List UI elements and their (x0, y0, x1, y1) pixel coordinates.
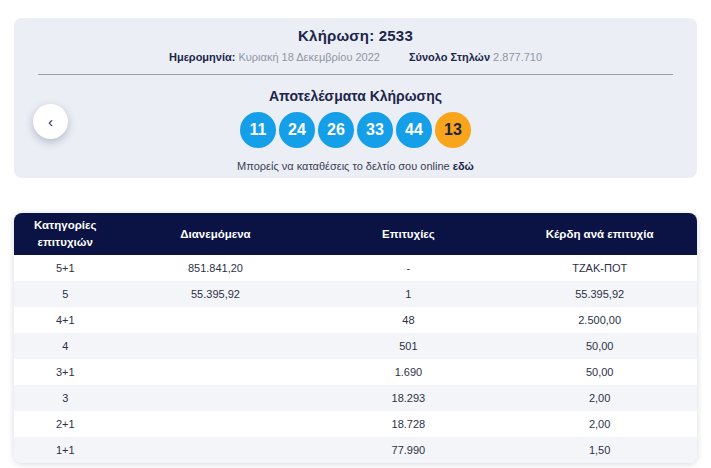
cell-winners: 77.990 (315, 437, 503, 463)
table-row: 2+118.7282,00 (14, 411, 697, 437)
lottery-ball: 33 (357, 112, 393, 148)
cell-distributed: 851.841,20 (116, 255, 314, 281)
table-row: 555.395,92155.395,92 (14, 281, 697, 307)
cell-prize: 55.395,92 (502, 281, 697, 307)
cell-winners: 18.293 (315, 385, 503, 411)
date-label: Ημερομηνία: (169, 51, 235, 63)
cell-winners: 1 (315, 281, 503, 307)
total-columns-label: Σύνολο Στηλών (409, 51, 490, 63)
cell-prize: 2,00 (502, 385, 697, 411)
table-body: 5+1851.841,20-ΤΖΑΚ-ΠΟΤ555.395,92155.395,… (14, 255, 697, 463)
results-title: Αποτελέσματα Κλήρωσης (14, 75, 697, 104)
winning-numbers-row: 112426334413 (14, 112, 697, 148)
cell-prize: 2.500,00 (502, 307, 697, 333)
cell-category: 3 (14, 385, 116, 411)
cell-winners: - (315, 255, 503, 281)
cell-category: 1+1 (14, 437, 116, 463)
cell-category: 5+1 (14, 255, 116, 281)
cell-prize: 50,00 (502, 333, 697, 359)
prize-categories-table: Κατηγορίες επιτυχιώνΔιανεμόμεναΕπιτυχίες… (14, 213, 697, 463)
draw-meta: Ημερομηνία: Κυριακή 18 Δεκεμβρίου 2022 Σ… (14, 51, 697, 64)
cell-distributed (116, 307, 314, 333)
column-header: Διανεμόμενα (116, 213, 314, 255)
lottery-ball: 24 (279, 112, 315, 148)
draw-title: Κλήρωση: 2533 (14, 18, 697, 44)
table-row: 4+1482.500,00 (14, 307, 697, 333)
online-deposit-note: Μπορείς να καταθέσεις το δελτίο σου onli… (14, 148, 697, 172)
cell-winners: 501 (315, 333, 503, 359)
lottery-ball: 11 (240, 112, 276, 148)
cell-prize: 2,00 (502, 411, 697, 437)
column-header: Κατηγορίες επιτυχιών (14, 213, 116, 255)
cell-winners: 48 (315, 307, 503, 333)
draw-summary-card: ‹ Κλήρωση: 2533 Ημερομηνία: Κυριακή 18 Δ… (14, 18, 697, 178)
note-text: Μπορείς να καταθέσεις το δελτίο σου onli… (237, 160, 450, 172)
lottery-ball: 26 (318, 112, 354, 148)
cell-distributed (116, 411, 314, 437)
lottery-ball: 44 (396, 112, 432, 148)
cell-prize: ΤΖΑΚ-ΠΟΤ (502, 255, 697, 281)
draw-label: Κλήρωση: (298, 27, 374, 44)
note-here-link[interactable]: εδώ (453, 160, 474, 172)
total-columns-value: 2.877.710 (493, 51, 542, 63)
cell-distributed (116, 437, 314, 463)
cell-distributed (116, 359, 314, 385)
draw-number: 2533 (379, 27, 413, 44)
table-header-row: Κατηγορίες επιτυχιώνΔιανεμόμεναΕπιτυχίες… (14, 213, 697, 255)
cell-category: 5 (14, 281, 116, 307)
cell-category: 4 (14, 333, 116, 359)
table-row: 1+177.9901,50 (14, 437, 697, 463)
previous-draw-button[interactable]: ‹ (33, 104, 68, 139)
cell-category: 4+1 (14, 307, 116, 333)
cell-winners: 18.728 (315, 411, 503, 437)
cell-category: 3+1 (14, 359, 116, 385)
cell-prize: 50,00 (502, 359, 697, 385)
table-head: Κατηγορίες επιτυχιώνΔιανεμόμεναΕπιτυχίες… (14, 213, 697, 255)
table-row: 3+11.69050,00 (14, 359, 697, 385)
column-header: Κέρδη ανά επιτυχία (502, 213, 697, 255)
cell-distributed (116, 385, 314, 411)
cell-prize: 1,50 (502, 437, 697, 463)
table-row: 318.2932,00 (14, 385, 697, 411)
joker-ball: 13 (435, 112, 471, 148)
column-header: Επιτυχίες (315, 213, 503, 255)
table-row: 5+1851.841,20-ΤΖΑΚ-ΠΟΤ (14, 255, 697, 281)
date-value: Κυριακή 18 Δεκεμβρίου 2022 (238, 51, 379, 63)
cell-distributed: 55.395,92 (116, 281, 314, 307)
results-table: Κατηγορίες επιτυχιώνΔιανεμόμεναΕπιτυχίες… (14, 213, 697, 463)
chevron-left-icon: ‹ (48, 114, 53, 129)
table-row: 450150,00 (14, 333, 697, 359)
cell-distributed (116, 333, 314, 359)
cell-winners: 1.690 (315, 359, 503, 385)
cell-category: 2+1 (14, 411, 116, 437)
